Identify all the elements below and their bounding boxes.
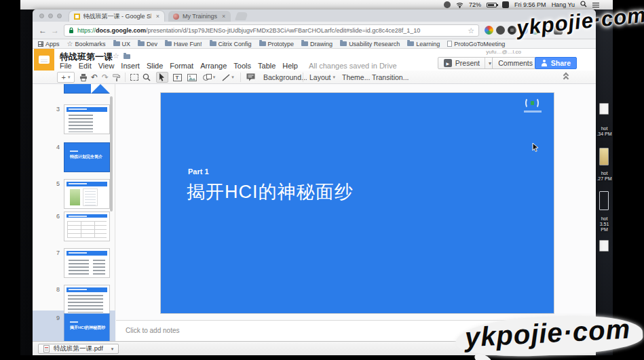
notification-center-icon[interactable] bbox=[592, 3, 599, 7]
line-dropdown-icon[interactable]: ▾ bbox=[231, 75, 234, 80]
print-button[interactable] bbox=[79, 72, 88, 83]
desktop-file-icon[interactable] bbox=[599, 103, 609, 115]
shape-tool-button[interactable]: ▾ bbox=[201, 72, 217, 83]
menu-edit[interactable]: Edit bbox=[79, 62, 92, 70]
undo-button[interactable]: ↶ bbox=[90, 72, 99, 83]
desktop-file-icon[interactable] bbox=[599, 240, 609, 252]
battery-icon[interactable] bbox=[487, 3, 497, 7]
new-tab-button[interactable] bbox=[235, 12, 248, 20]
menu-arrange[interactable]: Arrange bbox=[200, 62, 227, 70]
thumbnail-slide-2-partial[interactable] bbox=[64, 84, 110, 94]
wifi-icon[interactable] bbox=[456, 2, 463, 8]
menubar-app-icon[interactable] bbox=[502, 1, 509, 8]
present-button[interactable]: ▶ Present ▾ bbox=[438, 57, 497, 69]
line-tool-button[interactable]: ▾ bbox=[220, 72, 236, 83]
slide-canvas[interactable]: Part 1 揭开HCI的神秘面纱 bbox=[116, 84, 596, 341]
thumbnail-slide-8[interactable] bbox=[64, 285, 110, 315]
menu-table[interactable]: Table bbox=[258, 62, 276, 70]
bookmark-folder-learning[interactable]: Learning bbox=[407, 41, 440, 47]
thumbnail-slide-3[interactable] bbox=[64, 104, 110, 134]
menu-tools[interactable]: Tools bbox=[233, 62, 251, 70]
desktop-file-icon[interactable] bbox=[599, 148, 609, 165]
address-bar[interactable]: https://docs.google.com/presentation/d/1… bbox=[64, 24, 479, 37]
battery-percent-label: 72% bbox=[469, 1, 481, 8]
new-slide-dropdown-icon[interactable]: ▾ bbox=[68, 75, 71, 80]
zoom-button[interactable] bbox=[141, 72, 152, 83]
shape-dropdown-icon[interactable]: ▾ bbox=[213, 75, 216, 80]
insert-image-button[interactable] bbox=[186, 72, 198, 83]
theme-button[interactable]: Theme... bbox=[339, 72, 373, 83]
extension-icon[interactable] bbox=[485, 26, 493, 35]
bookmark-star-icon[interactable]: ☆ bbox=[468, 26, 474, 35]
select-tool-button[interactable] bbox=[156, 72, 168, 83]
bookmark-protogotomeeting[interactable]: ProtoGoToMeeting bbox=[447, 41, 505, 47]
window-minimize-button[interactable] bbox=[48, 14, 53, 18]
download-options-caret-icon[interactable]: ▾ bbox=[111, 346, 114, 352]
current-slide[interactable]: Part 1 揭开HCI的神秘面纱 bbox=[161, 93, 554, 313]
text-box-tool-button[interactable]: T bbox=[171, 72, 183, 83]
thumbnail-slide-9-selected[interactable]: 揭开HCI的神秘面纱 bbox=[64, 313, 110, 341]
slide-number: 6 bbox=[42, 213, 60, 220]
slide-kicker-text[interactable]: Part 1 bbox=[188, 167, 209, 176]
new-slide-button[interactable]: +▾ bbox=[57, 72, 75, 83]
desktop-file-icon[interactable] bbox=[599, 191, 609, 210]
comments-button[interactable]: Comments bbox=[492, 57, 539, 69]
notes-placeholder[interactable]: Click to add notes bbox=[126, 327, 180, 334]
pdf-file-icon bbox=[43, 345, 50, 353]
thumbnail-slide-7[interactable] bbox=[64, 248, 110, 278]
menu-view[interactable]: View bbox=[98, 62, 115, 70]
collapse-toolbar-button[interactable] bbox=[563, 73, 571, 81]
status-icon[interactable] bbox=[444, 1, 451, 8]
present-dropdown-icon[interactable]: ▾ bbox=[485, 58, 491, 68]
paint-format-button[interactable] bbox=[111, 72, 121, 83]
bookmark-folder-citrix-config[interactable]: Citrix Config bbox=[210, 41, 252, 47]
menu-insert[interactable]: Insert bbox=[121, 62, 140, 70]
bookmark-folder-ux[interactable]: UX bbox=[113, 41, 131, 47]
thumbnail-slide-5[interactable] bbox=[64, 179, 110, 209]
bookmark-folder-have-fun[interactable]: Have Fun! bbox=[165, 41, 202, 47]
back-button[interactable]: ← bbox=[37, 26, 49, 35]
filmstrip-scrollbar[interactable] bbox=[110, 96, 113, 212]
bookmark-folder-dev[interactable]: Dev bbox=[138, 41, 157, 47]
move-to-folder-icon[interactable] bbox=[124, 54, 130, 59]
menu-file[interactable]: File bbox=[60, 62, 72, 70]
bookmark-folder-usability-research[interactable]: Usability Research bbox=[340, 41, 400, 47]
tab-close-icon[interactable]: × bbox=[156, 13, 159, 20]
tab-my-trainings[interactable]: My Trainings × bbox=[168, 11, 231, 22]
desktop-file-label[interactable]: hot3.51 PM bbox=[596, 216, 613, 233]
menu-format[interactable]: Format bbox=[170, 62, 193, 70]
layout-button[interactable]: Layout▾ bbox=[307, 72, 338, 83]
menubar-user[interactable]: Hang Yu bbox=[552, 1, 575, 8]
bookmark-folder-prototype[interactable]: Prototype bbox=[259, 41, 295, 47]
star-document-icon[interactable]: ☆ bbox=[113, 52, 119, 60]
desktop-file-label[interactable]: hot.27 PM bbox=[596, 171, 613, 182]
window-zoom-button[interactable] bbox=[57, 14, 62, 18]
share-button[interactable]: Share bbox=[535, 57, 577, 69]
window-close-button[interactable] bbox=[39, 14, 44, 18]
extension-icon[interactable] bbox=[496, 26, 505, 35]
desktop-file-label[interactable]: hot.34 PM bbox=[596, 126, 613, 137]
transition-button[interactable]: Transition... bbox=[369, 72, 411, 83]
menubar-clock[interactable]: Fri 9:56 PM bbox=[514, 1, 546, 8]
bookmark-bookmarks[interactable]: ☆Bookmarks bbox=[67, 40, 106, 47]
menu-help[interactable]: Help bbox=[282, 62, 298, 70]
bookmark-folder-drawing[interactable]: Drawing bbox=[301, 41, 333, 47]
zoom-fit-button[interactable] bbox=[129, 72, 140, 83]
menu-slide[interactable]: Slide bbox=[147, 62, 163, 70]
forward-button[interactable]: → bbox=[49, 26, 61, 35]
main-area: 3 4 特战计划完全简介 5 6 bbox=[33, 84, 596, 341]
redo-button[interactable]: ↷ bbox=[100, 72, 110, 83]
slide-title-text[interactable]: 揭开HCI的神秘面纱 bbox=[187, 180, 354, 204]
google-slides-logo[interactable] bbox=[34, 49, 54, 71]
bookmark-apps[interactable]: Apps bbox=[38, 41, 60, 47]
insert-comment-button[interactable] bbox=[244, 72, 257, 83]
thumbnail-slide-4[interactable]: 特战计划完全简介 bbox=[64, 142, 110, 172]
thumbnail-slide-6[interactable] bbox=[64, 212, 110, 241]
tab-google-slides[interactable]: 特战班第一课 - Google Sli... × bbox=[69, 11, 164, 22]
downloaded-file-button[interactable]: 特战班第一课.pdf ▾ bbox=[38, 344, 119, 354]
folder-icon bbox=[165, 41, 172, 46]
tab-close-icon[interactable]: × bbox=[222, 13, 225, 20]
spotlight-search-icon[interactable] bbox=[580, 1, 587, 9]
present-play-icon: ▶ bbox=[444, 59, 452, 67]
extension-gear-icon[interactable] bbox=[508, 26, 516, 35]
